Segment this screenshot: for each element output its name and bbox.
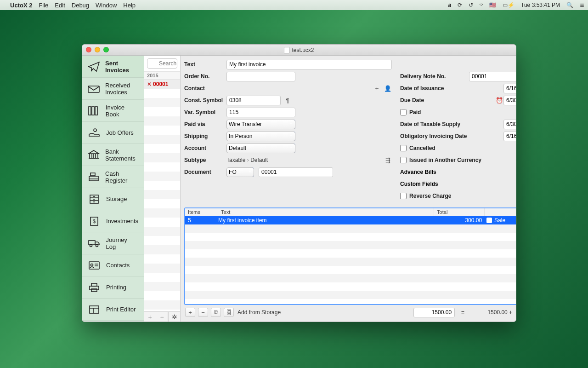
reverse-charge-checkbox[interactable]	[400, 193, 407, 199]
const-symbol-field[interactable]	[226, 96, 281, 105]
other-currency-checkbox[interactable]	[400, 157, 407, 163]
menu-window[interactable]: Window	[96, 2, 117, 9]
invoice-list-item[interactable]: ✕00001	[144, 80, 180, 89]
menu-edit[interactable]: Edit	[55, 2, 65, 9]
tax-value: 0.00	[515, 309, 516, 316]
taxable-supply-label: Date of Taxable Supply	[400, 121, 469, 127]
alarm-icon[interactable]: ⏰	[495, 97, 503, 104]
due-date-field[interactable]	[503, 96, 516, 105]
sidebar-item-printing[interactable]: Printing	[82, 276, 144, 299]
window-close-button[interactable]	[86, 47, 91, 52]
sidebar-item-print-editor[interactable]: Print Editor	[82, 299, 144, 321]
sidebar-item-received-invoices[interactable]: Received Invoices	[82, 78, 144, 100]
items-table: Items Text Total 5 My first invoice item…	[184, 207, 516, 305]
svg-rect-10	[89, 241, 95, 245]
window-minimize-button[interactable]	[95, 47, 100, 52]
storage-icon-button[interactable]: 🗄	[224, 308, 234, 317]
list-settings-button[interactable]: ✲	[168, 312, 180, 322]
add-contact-button[interactable]: ＋	[373, 84, 381, 92]
subtype-tree-icon[interactable]: ⇶	[384, 157, 392, 164]
sidebar-item-storage[interactable]: Storage	[82, 188, 144, 210]
table-row[interactable]: 5 My first invoice item 300.00 Sale ⊖	[185, 216, 516, 224]
status-timemachine-icon[interactable]: ↺	[469, 2, 473, 8]
account-select[interactable]: Default	[226, 144, 295, 153]
contact-person-icon[interactable]: 👤	[384, 85, 392, 92]
add-item-button[interactable]: +	[185, 308, 195, 317]
status-flag-icon[interactable]: 🇺🇸	[489, 2, 496, 8]
order-no-field[interactable]	[226, 72, 295, 81]
titlebar[interactable]: test.ucx2	[82, 45, 516, 56]
var-symbol-label: Var. Symbol	[184, 109, 226, 115]
text-label: Text	[184, 61, 226, 68]
paid-checkbox[interactable]	[400, 109, 407, 115]
cell-total[interactable]: 300.00	[434, 217, 485, 224]
envelope-icon	[88, 83, 100, 94]
add-from-storage-label[interactable]: Add from Storage	[237, 309, 281, 316]
hand-coins-icon	[88, 127, 101, 138]
status-wifi-icon[interactable]: ⌔	[480, 2, 483, 8]
sale-checkbox[interactable]	[486, 218, 492, 223]
date-issuance-field[interactable]	[503, 84, 516, 93]
sidebar-item-invoice-book[interactable]: Invoice Book	[82, 100, 144, 122]
remove-item-button[interactable]: −	[198, 308, 208, 317]
paragraph-icon[interactable]: ¶	[283, 97, 292, 104]
sidebar-item-bank-statements[interactable]: Bank Statements	[82, 144, 144, 166]
sidebar-item-job-offers[interactable]: Job Offers	[82, 122, 144, 144]
notification-center-icon[interactable]: ≣	[580, 2, 584, 8]
sum-value: 1500.00 +	[471, 309, 512, 316]
duplicate-item-button[interactable]: ⧉	[211, 308, 221, 317]
cancelled-checkbox[interactable]	[400, 145, 407, 151]
cell-qty[interactable]: 5	[185, 217, 218, 224]
status-sync-icon[interactable]: ⟳	[458, 2, 462, 8]
date-issuance-label: Date of Issuance	[400, 85, 469, 92]
sidebar-item-label: Journey Log	[106, 236, 139, 250]
unpaid-indicator-icon: ✕	[147, 81, 152, 87]
obligatory-date-label: Obligatory Invoicing Date	[400, 133, 469, 139]
delivery-note-label: Delivery Note No.	[400, 73, 469, 80]
document-type-select[interactable]: FO	[226, 167, 254, 177]
subtype-breadcrumb[interactable]: TaxableDefault	[226, 157, 268, 163]
sidebar-item-cash-register[interactable]: Cash Register	[82, 166, 144, 188]
obligatory-date-field[interactable]	[503, 132, 516, 141]
col-text[interactable]: Text	[218, 208, 434, 216]
drawers-icon	[88, 194, 101, 205]
add-invoice-button[interactable]: +	[144, 312, 156, 322]
sidebar-item-journey-log[interactable]: Journey Log	[82, 232, 144, 254]
window-zoom-button[interactable]	[103, 47, 109, 52]
shipping-select[interactable]: In Person	[226, 132, 295, 141]
menu-file[interactable]: File	[39, 2, 48, 9]
taxable-supply-field[interactable]	[503, 120, 516, 129]
text-field[interactable]	[226, 60, 392, 69]
delivery-note-field[interactable]	[469, 72, 516, 81]
remove-invoice-button[interactable]: −	[156, 312, 168, 322]
var-symbol-field[interactable]	[226, 108, 295, 117]
status-battery-icon[interactable]: ▭⚡	[503, 2, 514, 8]
search-input[interactable]	[147, 58, 177, 69]
macos-menubar: UctoX 2 File Edit Debug Window Help a ⟳ …	[0, 0, 588, 10]
spotlight-icon[interactable]: 🔍	[566, 2, 573, 8]
menubar-clock[interactable]: Tue 3:53:41 PM	[521, 2, 560, 8]
invoice-list-area[interactable]	[144, 89, 180, 311]
subtype-label: Subtype	[184, 157, 226, 163]
svg-point-14	[91, 264, 93, 266]
app-name[interactable]: UctoX 2	[10, 2, 32, 9]
sidebar-item-label: Printing	[106, 284, 126, 291]
sidebar-item-label: Storage	[106, 196, 127, 202]
status-script-icon[interactable]: a	[448, 2, 451, 8]
sidebar-item-contacts[interactable]: Contacts	[82, 254, 144, 276]
sidebar-item-investments[interactable]: $ Investments	[82, 210, 144, 232]
col-items[interactable]: Items	[185, 208, 218, 216]
subtotal-field[interactable]	[413, 308, 455, 317]
contact-label: Contact	[184, 85, 226, 92]
order-no-label: Order No.	[184, 73, 226, 80]
sidebar-item-sent-invoices[interactable]: Sent Invoices	[82, 56, 144, 78]
menu-help[interactable]: Help	[123, 2, 136, 9]
col-total[interactable]: Total	[434, 208, 485, 216]
cell-text[interactable]: My first invoice item	[218, 217, 434, 224]
advance-bills-button[interactable]: Advance Bills🧾	[400, 167, 516, 177]
menu-debug[interactable]: Debug	[72, 2, 89, 9]
paid-via-select[interactable]: Wire Transfer	[226, 120, 295, 129]
window-title: test.ucx2	[292, 47, 314, 53]
document-number-field[interactable]	[259, 167, 333, 177]
custom-fields-button[interactable]: Custom Fields🏷	[400, 179, 516, 189]
